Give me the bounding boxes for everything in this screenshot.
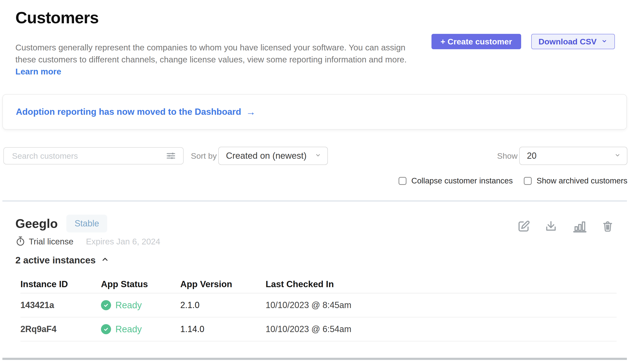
adoption-banner-link[interactable]: Adoption reporting has now moved to the … (16, 107, 256, 117)
bar-chart-icon[interactable] (572, 220, 587, 233)
app-status-cell: Ready (101, 324, 180, 334)
customer-name-link[interactable]: Geeglo (15, 216, 58, 231)
license-expiry-label: Expires Jan 6, 2024 (86, 237, 160, 246)
show-archived-checkbox[interactable] (524, 177, 532, 185)
table-row: 2Rq9aF4 Ready 1.14.0 10/10/2023 @ 6:54am (21, 318, 616, 342)
instances-table-header: Instance ID App Status App Version Last … (21, 276, 616, 294)
instance-id-cell: 2Rq9aF4 (21, 324, 101, 334)
chevron-down-icon (314, 151, 322, 161)
download-csv-button[interactable]: Download CSV (531, 34, 615, 49)
stopwatch-icon (15, 236, 26, 248)
header-app-status: App Status (101, 279, 180, 289)
check-circle-icon (101, 300, 111, 310)
show-label: Show (497, 147, 518, 164)
sort-by-label: Sort by (191, 147, 217, 164)
search-input[interactable] (4, 148, 165, 164)
show-count-select[interactable]: 20 (519, 147, 627, 165)
chevron-up-icon (101, 255, 109, 266)
header-actions: + Create customer Download CSV (432, 34, 615, 49)
download-csv-label: Download CSV (538, 37, 597, 46)
trash-icon[interactable] (601, 220, 614, 233)
edit-customer-icon[interactable] (517, 220, 530, 233)
bottom-divider (3, 358, 627, 360)
license-row: Trial license Expires Jan 6, 2024 (15, 236, 160, 247)
customer-actions (517, 220, 614, 233)
download-license-icon[interactable] (544, 220, 558, 233)
page-description: Customers generally represent the compan… (15, 42, 417, 78)
header-instance-id: Instance ID (21, 279, 101, 289)
adoption-banner-text: Adoption reporting has now moved to the … (16, 107, 241, 117)
status-label: Ready (115, 324, 142, 334)
app-version-cell: 1.14.0 (180, 324, 266, 334)
instances-summary: 2 active instances (15, 255, 96, 266)
table-row: 143421a Ready 2.1.0 10/10/2023 @ 8:45am (21, 294, 616, 318)
instance-id-cell: 143421a (21, 300, 101, 310)
learn-more-link[interactable]: Learn more (15, 67, 61, 76)
app-version-cell: 2.1.0 (180, 300, 266, 310)
adoption-banner: Adoption reporting has now moved to the … (3, 94, 627, 130)
last-checked-in-cell: 10/10/2023 @ 6:54am (266, 324, 616, 334)
search-box (3, 147, 184, 164)
chevron-down-icon (614, 151, 621, 161)
chevron-down-icon (601, 37, 608, 46)
header-app-version: App Version (180, 279, 266, 289)
show-count-value: 20 (527, 151, 537, 161)
customers-page: Customers Customers generally represent … (0, 0, 637, 364)
filter-checkboxes: Collapse customer instances Show archive… (398, 175, 627, 187)
page-title: Customers (15, 8, 99, 27)
status-label: Ready (115, 300, 142, 310)
collapse-instances-checkbox[interactable] (398, 177, 406, 185)
collapse-instances-option[interactable]: Collapse customer instances (398, 176, 513, 185)
show-archived-option[interactable]: Show archived customers (524, 176, 627, 185)
instances-toggle[interactable]: 2 active instances (15, 255, 109, 266)
license-type-label: Trial license (29, 237, 73, 246)
sort-select[interactable]: Created on (newest) (218, 147, 328, 165)
header-last-checked-in: Last Checked In (266, 279, 616, 289)
instances-table: Instance ID App Status App Version Last … (21, 276, 616, 342)
app-status-cell: Ready (101, 300, 180, 310)
channel-badge: Stable (66, 215, 107, 232)
page-description-text: Customers generally represent the compan… (15, 43, 407, 64)
show-archived-label: Show archived customers (537, 176, 627, 185)
last-checked-in-cell: 10/10/2023 @ 8:45am (266, 300, 616, 310)
filter-sliders-icon[interactable] (165, 150, 177, 162)
collapse-instances-label: Collapse customer instances (411, 176, 513, 185)
customer-header: Geeglo Stable (15, 215, 107, 232)
section-divider (3, 200, 627, 202)
sort-select-value: Created on (newest) (226, 151, 306, 161)
create-customer-button[interactable]: + Create customer (432, 34, 521, 49)
arrow-right-icon: → (246, 107, 256, 117)
check-circle-icon (101, 324, 111, 334)
